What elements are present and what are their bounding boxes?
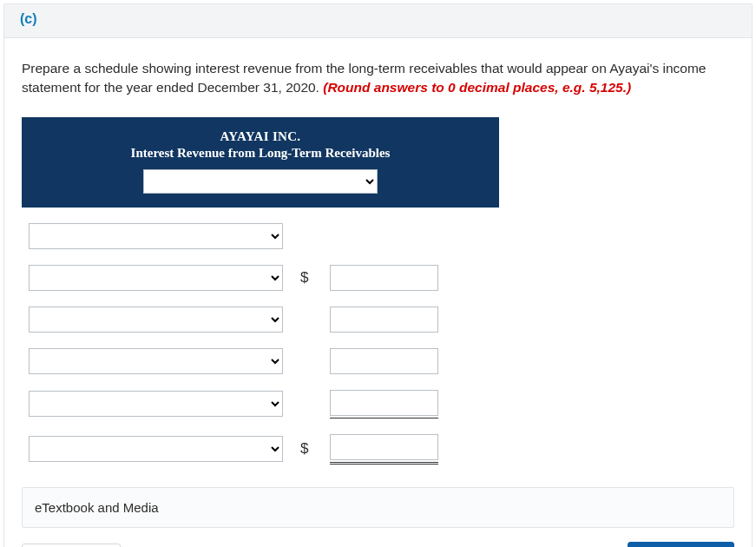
dollar-sign: $ (300, 269, 312, 287)
schedule-rows: $ $ (29, 223, 734, 465)
schedule-row (29, 223, 734, 249)
question-hint: (Round answers to 0 decimal places, e.g.… (323, 80, 631, 95)
question-footer: Save for Later Attempts: 0 of 5 used Sub… (22, 542, 734, 547)
schedule-title: Interest Revenue from Long-Term Receivab… (22, 146, 499, 161)
etextbook-label: eTextbook and Media (35, 500, 159, 515)
amount-input[interactable] (330, 306, 438, 333)
account-select[interactable] (29, 306, 283, 333)
period-select[interactable] (143, 169, 378, 194)
schedule-row: $ (29, 434, 734, 465)
question-body: Prepare a schedule showing interest reve… (4, 38, 752, 547)
schedule-header-box: AYAYAI INC. Interest Revenue from Long-T… (22, 117, 499, 208)
dollar-sign: $ (300, 440, 312, 458)
schedule-row (29, 306, 734, 333)
submit-answer-button[interactable]: Submit Answer (628, 542, 734, 547)
amount-input[interactable] (330, 348, 438, 374)
save-for-later-button[interactable]: Save for Later (22, 544, 121, 547)
account-select[interactable] (29, 436, 283, 462)
total-underline (330, 434, 438, 465)
question-header: (c) (4, 4, 752, 38)
question-text: Prepare a schedule showing interest reve… (22, 59, 734, 98)
account-select[interactable] (29, 391, 283, 417)
question-card: (c) Prepare a schedule showing interest … (3, 3, 753, 547)
company-name: AYAYAI INC. (22, 129, 499, 144)
schedule-row (29, 390, 734, 418)
amount-input[interactable] (330, 434, 438, 460)
etextbook-media-link[interactable]: eTextbook and Media (22, 487, 734, 528)
schedule-row (29, 348, 734, 374)
amount-input[interactable] (330, 265, 438, 291)
account-select[interactable] (29, 348, 283, 374)
account-select[interactable] (29, 223, 283, 249)
amount-input[interactable] (330, 390, 438, 416)
account-select[interactable] (29, 265, 283, 291)
part-label: (c) (20, 11, 37, 26)
schedule-row: $ (29, 265, 734, 291)
subtotal-underline (330, 390, 438, 418)
